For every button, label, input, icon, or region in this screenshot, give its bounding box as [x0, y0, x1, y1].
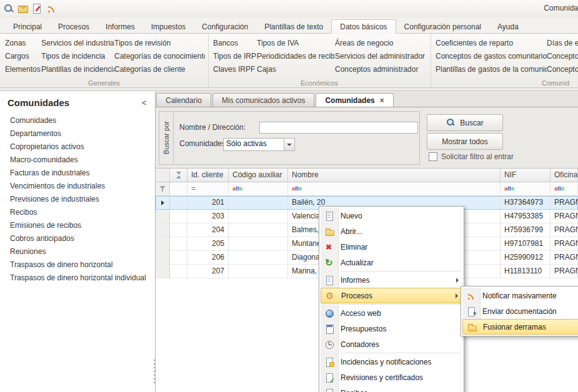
ribbon-tab-plantillas-texto[interactable]: Plantillas de texto	[256, 20, 331, 33]
ribbon-tab-datos-basicos[interactable]: Datos básicos	[331, 19, 396, 34]
dropdown-button[interactable]	[284, 139, 294, 150]
ribbon-tab-impuestos[interactable]: Impuestos	[143, 20, 194, 33]
ribbon-link-tipos-irpf[interactable]: Tipos de IRPF	[213, 50, 257, 63]
menu-item-eliminar[interactable]: Eliminar	[321, 239, 462, 255]
communities-dropdown[interactable]: Sólo activas	[223, 138, 295, 151]
edit-document-icon[interactable]	[32, 3, 43, 14]
ribbon-tab-ayuda[interactable]: Ayuda	[489, 20, 527, 33]
ribbon-tab-procesos[interactable]: Procesos	[50, 20, 97, 33]
submenu-item-fusionar-derramas[interactable]: Fusionar derramas	[462, 319, 578, 335]
ribbon-link-dias-de-emision[interactable]: Días de em	[547, 37, 578, 50]
filter-aux-cell[interactable]: aBc	[229, 182, 288, 196]
filter-oficina-cell[interactable]: aBc	[551, 182, 578, 196]
name-direction-input[interactable]	[259, 122, 418, 134]
filter-nombre-cell[interactable]: aBc	[288, 182, 501, 196]
filter-nif-cell[interactable]: aBc	[501, 182, 551, 196]
menu-item-recibos[interactable]: Recibos	[321, 385, 462, 392]
ribbon-tab-configuracion-personal[interactable]: Configuración personal	[396, 20, 489, 33]
ribbon-link-conceptos-2[interactable]: Conceptos	[547, 63, 578, 76]
doc-tab-comunidades[interactable]: Comunidades ×	[316, 93, 393, 107]
ribbon-link-categorias-cliente[interactable]: Categorías de cliente	[114, 63, 205, 76]
ribbon-link-plantillas-incidencia[interactable]: Plantillas de incidencia	[41, 63, 114, 76]
sidebar-item-cobros-anticipados[interactable]: Cobros anticipados	[0, 232, 155, 245]
sidebar-item-recibos[interactable]: Recibos	[0, 206, 155, 219]
ribbon-link-bancos[interactable]: Bancos	[213, 37, 257, 50]
sidebar-item-traspasos-horizontal[interactable]: Traspasos de dinero horizontal	[0, 258, 155, 272]
ribbon-link-plantillas-gastos-comunidad[interactable]: Plantillas de gastos de la comunidad	[436, 63, 547, 76]
grid-header-row: Id. cliente Código auxiliar Nombre NIF O…	[156, 169, 578, 182]
cell-aux	[229, 223, 288, 237]
mail-icon[interactable]	[17, 3, 29, 14]
menu-item-acceso-web[interactable]: Acceso web	[321, 305, 462, 321]
ribbon-link-categorias-conocimiento[interactable]: Categorías de conocimiento	[114, 50, 205, 63]
sidebar-item-emisiones-recibos[interactable]: Emisiones de recibos	[0, 219, 155, 232]
ribbon-link-elementos[interactable]: Elementos	[5, 63, 41, 76]
ribbon-link-conceptos-1[interactable]: Conceptos	[547, 50, 578, 63]
filter-id-cell[interactable]: =	[187, 182, 229, 196]
sidebar-item-comunidades[interactable]: Comunidades	[0, 114, 155, 127]
header-oficina[interactable]: Oficina	[551, 169, 578, 182]
ribbon-link-servicios-industrial[interactable]: Servicios del industrial	[41, 37, 114, 50]
submenu-item-enviar-documentacion[interactable]: Enviar documentación	[462, 303, 578, 319]
broadcast-icon[interactable]	[46, 3, 57, 14]
doc-tab-calendario[interactable]: Calendario	[156, 93, 211, 107]
ribbon-link-cajas[interactable]: Cajas	[257, 63, 335, 76]
ribbon-group-economicos: Bancos Tipos de IRPF Claves IRPF Tipos d…	[208, 34, 431, 87]
header-icon-cell[interactable]	[170, 169, 187, 182]
sidebar-item-macro-comunidades[interactable]: Macro-comunidades	[0, 154, 155, 167]
ribbon-link-areas-negocio[interactable]: Áreas de negocio	[335, 37, 429, 50]
ribbon-link-conceptos-administrador[interactable]: Conceptos administrador	[335, 63, 429, 76]
ribbon-link-tipos-revision[interactable]: Tipos de revisión	[114, 37, 205, 50]
ribbon-link-claves-irpf[interactable]: Claves IRPF	[213, 63, 257, 76]
sidebar-collapse-icon[interactable]: <	[142, 99, 146, 107]
ribbon-tab-configuracion[interactable]: Configuración	[194, 20, 256, 33]
menu-item-incidencias[interactable]: Incidencias y notificaciones	[321, 354, 462, 370]
ribbon-link-zonas[interactable]: Zonas	[5, 37, 41, 50]
sidebar-item-vencimientos-industriales[interactable]: Vencimientos de industriales	[0, 180, 155, 193]
header-codigo-auxiliar[interactable]: Código auxiliar	[229, 169, 288, 182]
sidebar-item-copropietarios-activos[interactable]: Copropietarios activos	[0, 140, 155, 154]
solicitar-filtro-checkbox[interactable]: Solicitar filtro al entrar	[429, 152, 514, 161]
header-nif[interactable]: NIF	[501, 169, 551, 182]
menu-item-procesos[interactable]: Procesos	[321, 288, 462, 303]
ribbon-link-tipos-iva[interactable]: Tipos de IVA	[257, 37, 335, 50]
mostrar-todos-button[interactable]: Mostrar todos	[427, 133, 503, 150]
doc-tab-mis-comunicados[interactable]: Mis comunicados activos	[212, 93, 314, 107]
ribbon-group-label: Económicos	[208, 79, 431, 87]
menu-item-presupuestos[interactable]: Presupuestos	[321, 321, 462, 336]
ribbon-link-periodicidades-recibo[interactable]: Periodicidades de recibo	[257, 50, 335, 63]
delete-x-icon	[324, 242, 335, 252]
ribbon-link-conceptos-gastos-comunitarios[interactable]: Conceptos de gastos comunitarios	[436, 50, 547, 63]
menu-item-nuevo[interactable]: Nuevo	[321, 208, 462, 223]
ribbon-link-coeficientes-reparto[interactable]: Coeficientes de reparto	[436, 37, 547, 50]
menu-item-informes[interactable]: Informes	[321, 272, 462, 288]
menu-item-revisiones[interactable]: Revisiones y certificados	[321, 370, 462, 385]
cell-aux	[229, 210, 288, 223]
ribbon-link-servicios-administrador[interactable]: Servicios del administrador	[335, 50, 429, 63]
grid-filter-row: = aBc aBc aBc aBc	[156, 182, 578, 196]
ribbon-link-tipos-incidencia[interactable]: Tipos de incidencia	[41, 50, 114, 63]
menu-item-contadores[interactable]: Contadores	[321, 336, 462, 352]
sidebar-item-previsiones-industriales[interactable]: Previsiones de industriales	[0, 193, 155, 206]
document-tab-strip: Calendario Mis comunicados activos Comun…	[156, 92, 578, 107]
ribbon-tab-informes[interactable]: Informes	[97, 20, 143, 33]
sidebar-item-facturas-industriales[interactable]: Facturas de industriales	[0, 167, 155, 180]
close-tab-icon[interactable]: ×	[380, 97, 384, 104]
header-id-cliente[interactable]: Id. cliente	[187, 169, 229, 182]
cell-id: 205	[187, 237, 229, 251]
header-nombre[interactable]: Nombre	[288, 169, 501, 182]
context-menu: Nuevo Abrir... Eliminar Actualizar Infor…	[319, 206, 464, 392]
submenu-item-notificar-masivamente[interactable]: Notificar masivamente	[462, 288, 578, 303]
sidebar-item-reuniones[interactable]: Reuniones	[0, 245, 155, 258]
ribbon-tab-principal[interactable]: Principal	[5, 20, 50, 33]
menu-item-abrir[interactable]: Abrir...	[321, 223, 462, 239]
filter-icon-cell[interactable]	[170, 182, 187, 196]
ribbon-link-cargos[interactable]: Cargos	[5, 50, 41, 63]
buscar-button[interactable]: Buscar	[427, 114, 503, 131]
search-document-icon[interactable]	[3, 3, 14, 14]
sidebar-item-departamentos[interactable]: Departamentos	[0, 127, 155, 140]
certificate-check-icon	[324, 373, 335, 383]
cell-nif: H37364973	[501, 196, 551, 210]
sidebar-item-traspasos-horizontal-individual[interactable]: Traspasos de dinero horizontal individua…	[0, 272, 155, 285]
menu-item-actualizar[interactable]: Actualizar	[321, 255, 462, 270]
